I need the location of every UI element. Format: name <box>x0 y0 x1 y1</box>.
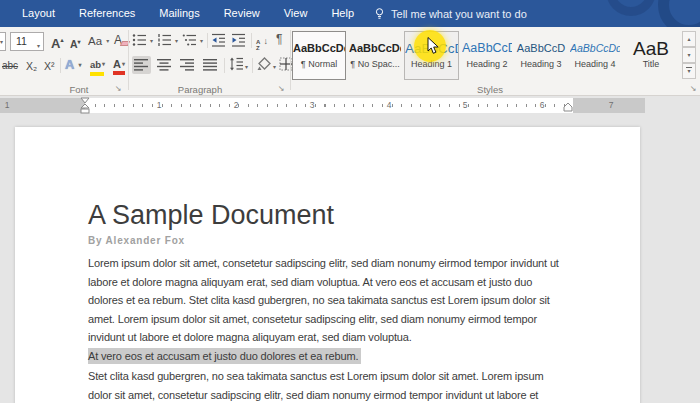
style-label: Heading 3 <box>516 59 566 69</box>
ruler-mark: 3 <box>310 101 315 110</box>
shrink-font-button[interactable]: A▾ <box>70 35 81 51</box>
paint-bucket-icon <box>257 57 272 71</box>
mouse-cursor <box>427 37 440 55</box>
style-preview: AaBbCcD <box>462 39 512 58</box>
tab-mailings[interactable]: Mailings <box>147 0 211 27</box>
align-left-icon <box>134 58 149 72</box>
paragraph: Stet clita kasd gubergren, no sea takima… <box>88 367 567 403</box>
selected-text[interactable]: At vero eos et accusam et justo duo dolo… <box>88 348 361 364</box>
font-name-combobox[interactable]: ▾ <box>0 32 6 51</box>
sort-button[interactable]: A Z ↓ <box>256 33 268 51</box>
tell-me-search[interactable]: Tell me what you want to do <box>374 7 527 21</box>
horizontal-ruler: 1 1 2 3 4 5 6 7 <box>0 98 645 113</box>
chevron-down-icon[interactable]: ▾ <box>150 37 153 44</box>
bullets-icon[interactable] <box>132 33 148 48</box>
change-case-button[interactable]: Aa ▾ <box>88 34 109 48</box>
chevron-down-icon: ▾ <box>122 61 125 67</box>
left-indent-marker[interactable] <box>79 96 91 115</box>
style-card-heading-4[interactable]: AaBbCcDd Heading 4 <box>569 31 621 80</box>
tab-layout[interactable]: Layout <box>10 0 67 27</box>
document-page[interactable]: A Sample Document By Alexander Fox Lorem… <box>15 127 640 403</box>
font-color-swatch <box>113 71 125 75</box>
align-right-button[interactable] <box>178 56 197 74</box>
align-right-icon <box>180 58 195 72</box>
chevron-down-icon: ▾ <box>102 61 105 67</box>
shrink-font-icon: A <box>70 38 78 50</box>
paragraph-group-label: Paragraph <box>150 84 250 95</box>
font-color-button[interactable]: A▾ <box>113 57 125 75</box>
styles-dialog-launcher[interactable]: ↘ <box>688 84 698 94</box>
paragraph-dialog-launcher[interactable]: ↘ <box>276 84 286 94</box>
strikethrough-button[interactable]: abc <box>2 59 18 73</box>
chevron-down-icon: ▾ <box>273 64 276 70</box>
decrease-indent-icon[interactable] <box>211 33 227 48</box>
increase-indent-icon[interactable] <box>231 33 247 48</box>
line-spacing-button[interactable]: ▾ <box>229 57 248 74</box>
ruler-mark: 4 <box>387 101 392 110</box>
style-preview: AaBbCcD <box>516 39 566 58</box>
right-indent-marker[interactable] <box>562 102 574 113</box>
tab-review[interactable]: Review <box>212 0 272 27</box>
text-effects-button[interactable]: A ▾ <box>65 58 82 72</box>
titlebar-decoration-circle <box>606 0 656 16</box>
style-card-normal[interactable]: AaBbCcDd ¶ Normal <box>292 31 346 80</box>
up-mark-icon: ▴ <box>60 37 63 43</box>
font-dialog-launcher[interactable]: ↘ <box>113 84 123 94</box>
titlebar-decoration-circle <box>658 0 700 27</box>
ruler-mark: 1 <box>157 101 162 110</box>
align-center-button[interactable] <box>155 56 174 74</box>
styles-scroll-up-button[interactable]: ▴ <box>682 31 696 47</box>
style-card-heading-3[interactable]: AaBbCcD Heading 3 <box>515 31 567 80</box>
style-label: Heading 4 <box>570 59 620 69</box>
styles-gallery-more-button[interactable]: ▾ <box>682 63 696 79</box>
style-preview: AaBbCcDd <box>570 39 620 58</box>
grow-font-button[interactable]: A▴ <box>51 33 63 51</box>
tab-view[interactable]: View <box>272 0 320 27</box>
numbering-icon[interactable] <box>157 33 173 48</box>
font-color-icon: A <box>113 58 121 70</box>
style-card-heading-2[interactable]: AaBbCcD Heading 2 <box>461 31 513 80</box>
shading-button[interactable]: ▾ <box>257 57 276 74</box>
word-window: Layout References Mailings Review View H… <box>0 0 700 403</box>
superscript-button[interactable]: X² <box>44 59 55 73</box>
ruler-mark: 7 <box>609 101 614 110</box>
tab-references[interactable]: References <box>67 0 147 27</box>
down-mark-icon: ▾ <box>78 39 81 45</box>
sort-z-glyph: Z <box>256 45 260 51</box>
style-preview: AaB <box>624 39 678 58</box>
text-highlight-color-button[interactable]: ab▾ <box>90 57 105 76</box>
change-case-icon: Aa <box>88 35 102 47</box>
text-effects-icon: A <box>65 57 74 72</box>
multilevel-list-icon[interactable] <box>182 33 198 48</box>
ruler-mark: 2 <box>234 101 239 110</box>
tab-help[interactable]: Help <box>319 0 366 27</box>
ribbon: ▾ 11 ▾ A▴ A▾ Aa ▾ A abc X₂ X² A ▾ ab▾ <box>0 27 700 96</box>
align-left-button[interactable] <box>132 56 151 74</box>
clear-formatting-button[interactable]: A <box>114 33 122 47</box>
justify-icon <box>203 58 218 72</box>
font-group-label: Font <box>39 84 119 95</box>
justify-button[interactable] <box>201 56 220 74</box>
chevron-down-icon[interactable]: ▾ <box>175 37 178 44</box>
chevron-down-icon: ▾ <box>0 38 3 45</box>
styles-group-label: Styles <box>440 84 540 95</box>
tell-me-label: Tell me what you want to do <box>391 8 527 20</box>
style-card-title[interactable]: AaB Title <box>623 31 679 80</box>
grow-font-icon: A <box>51 36 60 51</box>
subscript-button[interactable]: X₂ <box>26 59 37 73</box>
paragraph: At vero eos et accusam et justo duo dolo… <box>88 347 567 366</box>
font-size-combobox[interactable]: 11 ▾ <box>10 32 44 51</box>
show-paragraph-marks-button[interactable]: ¶ <box>276 32 282 46</box>
style-label: Heading 2 <box>462 59 512 69</box>
chevron-down-icon[interactable]: ▾ <box>200 37 203 44</box>
ribbon-tab-bar: Layout References Mailings Review View H… <box>0 0 700 27</box>
style-preview: AaBbCcDd <box>293 39 345 58</box>
ruler-mark: 6 <box>540 101 545 110</box>
document-title: A Sample Document <box>88 199 567 231</box>
style-label: Title <box>624 59 678 69</box>
styles-scroll-down-button[interactable]: ▾ <box>682 47 696 63</box>
paragraph: Lorem ipsum dolor sit amet, consetetur s… <box>88 254 567 347</box>
style-card-no-spacing[interactable]: AaBbCcDd ¶ No Spac... <box>348 31 402 80</box>
line-spacing-icon <box>229 57 244 71</box>
document-byline: By Alexander Fox <box>88 235 567 246</box>
